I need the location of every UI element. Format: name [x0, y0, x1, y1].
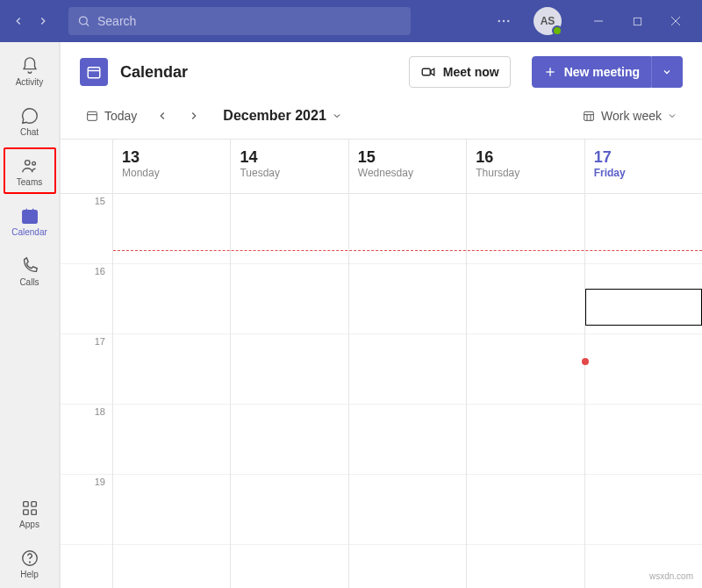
- calendar-toolbar: Today December 2021 Work week: [61, 100, 702, 139]
- rail-item-help[interactable]: Help: [4, 540, 56, 586]
- avatar[interactable]: AS: [534, 7, 562, 35]
- rail-label: Activity: [16, 77, 44, 87]
- phone-icon: [20, 256, 39, 276]
- meet-now-label: Meet now: [443, 65, 499, 79]
- rail-item-apps[interactable]: Apps: [4, 490, 56, 536]
- svg-rect-6: [634, 18, 641, 25]
- apps-icon: [20, 498, 39, 518]
- rail-item-calendar[interactable]: Calendar: [4, 197, 56, 244]
- svg-rect-27: [88, 111, 97, 120]
- new-meeting-label: New meeting: [564, 65, 640, 79]
- time-label: 15: [61, 194, 112, 264]
- help-icon: [20, 549, 39, 568]
- chevron-down-icon: [332, 111, 342, 121]
- svg-point-4: [507, 20, 510, 23]
- calendar-icon: [20, 206, 39, 226]
- now-marker-dot: [582, 358, 589, 365]
- today-button[interactable]: Today: [80, 105, 142, 126]
- day-number: 14: [240, 148, 339, 167]
- day-name: Monday: [122, 167, 221, 179]
- day-column-thu[interactable]: 16 Thursday: [467, 140, 584, 588]
- rail-label: Teams: [17, 177, 42, 187]
- date-range-picker[interactable]: December 2021: [223, 108, 341, 124]
- day-header[interactable]: 17 Friday: [585, 140, 702, 194]
- svg-point-20: [29, 562, 30, 563]
- svg-point-2: [498, 20, 500, 23]
- view-switcher-button[interactable]: Work week: [577, 105, 683, 126]
- rail-item-teams[interactable]: Teams: [4, 147, 56, 194]
- time-label: 16: [61, 264, 112, 334]
- window-minimize-button[interactable]: [579, 2, 618, 40]
- plus-icon: [543, 65, 557, 79]
- app-rail: Activity Chat Teams Calendar Calls Apps …: [0, 42, 60, 588]
- rail-label: Calls: [19, 277, 39, 287]
- selected-time-slot[interactable]: [585, 289, 702, 326]
- search-input[interactable]: [97, 14, 402, 28]
- rail-item-calls[interactable]: Calls: [4, 247, 56, 294]
- next-week-button[interactable]: [183, 106, 205, 125]
- day-header[interactable]: 16 Thursday: [467, 140, 584, 194]
- window-close-button[interactable]: [656, 2, 695, 40]
- svg-rect-29: [584, 111, 594, 120]
- svg-line-1: [86, 24, 89, 26]
- page-header: Calendar Meet now New meeting: [61, 42, 702, 100]
- previous-week-button[interactable]: [151, 106, 174, 125]
- days-container: 13 Monday 14 Tuesday 15 Wednesday: [113, 140, 702, 588]
- svg-rect-11: [22, 211, 37, 224]
- time-label: 17: [61, 334, 112, 405]
- day-header[interactable]: 14 Tuesday: [231, 140, 347, 194]
- nav-forward-button[interactable]: [32, 10, 54, 32]
- chevron-right-icon: [188, 110, 200, 122]
- day-column-wed[interactable]: 15 Wednesday: [349, 140, 467, 588]
- nav-back-button[interactable]: [7, 10, 30, 32]
- day-column-tue[interactable]: 14 Tuesday: [231, 140, 348, 588]
- svg-rect-18: [31, 510, 36, 515]
- calendar-grid: 15 16 17 18 19 13 Monday 14: [61, 139, 702, 588]
- time-label: 19: [61, 475, 112, 545]
- view-switcher-label: Work week: [601, 109, 662, 123]
- chat-icon: [20, 106, 39, 125]
- day-name: Tuesday: [240, 167, 339, 179]
- chevron-down-icon: [667, 111, 677, 121]
- day-name: Friday: [594, 167, 693, 179]
- day-header[interactable]: 15 Wednesday: [349, 140, 466, 194]
- svg-point-0: [80, 17, 88, 25]
- meet-now-button[interactable]: Meet now: [409, 56, 511, 88]
- month-label: December 2021: [223, 108, 326, 124]
- day-column-fri[interactable]: 17 Friday: [585, 140, 702, 588]
- svg-rect-21: [88, 68, 100, 78]
- search-icon: [77, 14, 90, 28]
- svg-point-10: [32, 161, 35, 165]
- new-meeting-button[interactable]: New meeting: [532, 56, 651, 88]
- day-number: 13: [122, 148, 221, 167]
- search-box[interactable]: [68, 7, 411, 35]
- avatar-initials: AS: [541, 15, 555, 27]
- rail-label: Calendar: [11, 227, 47, 237]
- more-options-button[interactable]: [484, 2, 523, 40]
- new-meeting-dropdown-button[interactable]: [651, 56, 683, 88]
- day-name: Wednesday: [358, 167, 457, 179]
- calendar-view-icon: [582, 109, 596, 123]
- svg-point-9: [25, 161, 30, 166]
- window-maximize-button[interactable]: [618, 2, 656, 40]
- teams-icon: [20, 156, 39, 176]
- day-name: Thursday: [476, 167, 575, 179]
- day-header[interactable]: 13 Monday: [113, 140, 230, 194]
- page-title: Calendar: [120, 63, 188, 82]
- main-panel: Calendar Meet now New meeting Today: [60, 42, 702, 588]
- day-number: 16: [476, 148, 575, 167]
- time-gutter: 15 16 17 18 19: [61, 140, 113, 588]
- svg-point-3: [503, 20, 505, 23]
- rail-label: Apps: [19, 520, 39, 529]
- day-column-mon[interactable]: 13 Monday: [113, 140, 231, 588]
- rail-label: Help: [20, 570, 39, 579]
- rail-item-chat[interactable]: Chat: [4, 97, 56, 144]
- rail-item-activity[interactable]: Activity: [4, 47, 56, 94]
- video-icon: [420, 64, 436, 80]
- svg-rect-15: [23, 502, 28, 507]
- calendar-today-icon: [85, 109, 99, 123]
- svg-rect-23: [422, 68, 430, 75]
- title-bar: AS: [0, 0, 702, 42]
- chevron-left-icon: [156, 110, 168, 122]
- svg-rect-16: [31, 502, 36, 507]
